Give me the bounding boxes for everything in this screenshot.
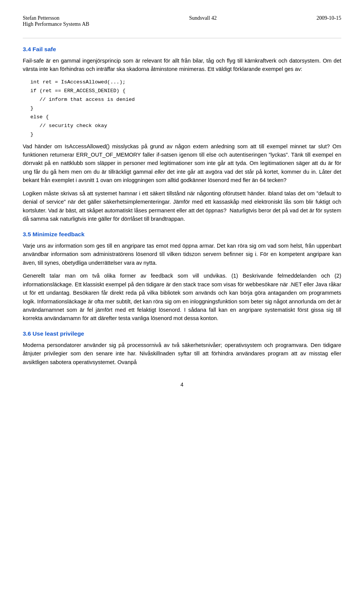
section-3-4-para-1: Fail-safe är en gammal ingenjörsprincip …: [23, 57, 341, 74]
section-3-4-para-after-1: Vad händer om IsAccessAllowed() misslyck…: [23, 142, 341, 185]
section-3-4-heading: 3.4 Fail safe: [23, 46, 341, 53]
location: Sundsvall 42: [189, 15, 217, 21]
header-right: 2009-10-15: [317, 15, 341, 21]
section-3-5-heading: 3.5 Minimize feedback: [23, 231, 341, 238]
header-center: Sundsvall 42: [189, 15, 217, 21]
header-left: Stefan Pettersson High Performance Syste…: [23, 15, 89, 27]
page-number: 4: [23, 382, 341, 388]
section-3-5-para-1: Varje uns av information som ges till en…: [23, 242, 341, 267]
section-3-5: 3.5 Minimize feedback Varje uns av infor…: [23, 231, 341, 323]
organization-name: High Performance Systems AB: [23, 21, 89, 27]
author-name: Stefan Pettersson: [23, 15, 89, 21]
section-3-4: 3.4 Fail safe Fail-safe är en gammal ing…: [23, 46, 341, 223]
page: Stefan Pettersson High Performance Syste…: [0, 0, 364, 410]
section-3-4-para-after-2: Logiken måste skrivas så att systemet ha…: [23, 189, 341, 223]
page-header: Stefan Pettersson High Performance Syste…: [23, 15, 341, 27]
header-divider: [23, 38, 341, 38]
section-3-6: 3.6 Use least privilege Moderna personda…: [23, 330, 341, 366]
section-3-6-heading: 3.6 Use least privilege: [23, 330, 341, 337]
code-block: int ret = IsAccessAllowed(...); if (ret …: [30, 78, 341, 139]
section-3-5-para-2: Generellt talar man om två olika former …: [23, 272, 341, 323]
date: 2009-10-15: [317, 15, 341, 21]
section-3-6-para-1: Moderna persondatorer använder sig på pr…: [23, 341, 341, 366]
